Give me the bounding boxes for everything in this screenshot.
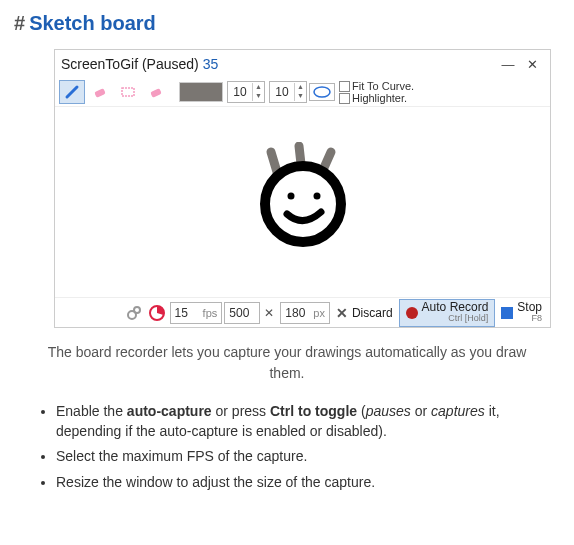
width-value: 500 (229, 306, 255, 320)
select-rect-tool[interactable] (115, 80, 141, 104)
color-swatch[interactable] (179, 82, 223, 102)
spinner-icon[interactable]: ▲▼ (294, 83, 306, 101)
auto-record-sub: Ctrl [Hold] (448, 313, 488, 324)
tips-list: Enable the auto-capture or press Ctrl to… (38, 402, 560, 492)
page-title: #Sketch board (14, 12, 560, 35)
svg-point-9 (287, 193, 294, 200)
highlighter-label: Highlighter. (352, 92, 407, 104)
app-window: ScreenToGif (Paused) 35 — ✕ 10 ▲▼ 10 ▲▼ (54, 49, 551, 328)
stop-sub: F8 (531, 313, 542, 324)
hash-icon: # (14, 12, 25, 34)
svg-point-10 (313, 193, 320, 200)
width-input[interactable]: 500 (224, 302, 260, 324)
auto-record-button[interactable]: Auto Record Ctrl [Hold] (399, 299, 496, 327)
height-input[interactable]: 180 px (280, 302, 330, 324)
list-item: Select the maximum FPS of the capture. (56, 447, 560, 467)
stop-button[interactable]: Stop F8 (495, 299, 548, 327)
px-unit: px (313, 307, 325, 319)
heading-text: Sketch board (29, 12, 156, 34)
svg-rect-3 (150, 88, 162, 98)
brush-width-value: 10 (228, 85, 252, 99)
frame-count: 35 (203, 56, 219, 72)
brush-height-value: 10 (270, 85, 294, 99)
spinner-icon[interactable]: ▲▼ (252, 83, 264, 101)
svg-point-12 (134, 307, 140, 313)
times-icon: ✕ (264, 306, 274, 320)
limit-indicator[interactable] (146, 304, 168, 322)
gear-icon (125, 304, 143, 322)
brush-height-input[interactable]: 10 ▲▼ (269, 81, 307, 103)
settings-button[interactable] (122, 304, 146, 322)
highlighter-checkbox[interactable] (339, 93, 350, 104)
window-title: ScreenToGif (Paused) (61, 56, 199, 72)
auto-record-label: Auto Record (422, 302, 489, 313)
toolbar: 10 ▲▼ 10 ▲▼ Fit To Curve. Highlighter. (55, 78, 550, 107)
bottom-bar: 15 fps 500 ✕ 180 px ✕ Discard Auto Recor… (55, 297, 550, 327)
height-value: 180 (285, 306, 311, 320)
close-button[interactable]: ✕ (520, 53, 544, 75)
fps-unit: fps (203, 307, 218, 319)
svg-point-8 (265, 166, 341, 242)
fit-to-curve-checkbox[interactable] (339, 81, 350, 92)
caption: The board recorder lets you capture your… (44, 342, 530, 384)
titlebar: ScreenToGif (Paused) 35 — ✕ (55, 50, 550, 78)
fps-value: 15 (175, 306, 201, 320)
stop-label: Stop (517, 302, 542, 313)
record-icon (406, 307, 418, 319)
discard-label: Discard (352, 306, 393, 320)
svg-point-4 (314, 87, 330, 97)
eraser-tool-1[interactable] (87, 80, 113, 104)
eraser-tool-2[interactable] (143, 80, 169, 104)
pen-tool[interactable] (59, 80, 85, 104)
stop-icon (501, 307, 513, 319)
minimize-button[interactable]: — (496, 53, 520, 75)
svg-line-5 (271, 152, 277, 172)
list-item: Resize the window to adjust the size of … (56, 473, 560, 493)
pie-icon (148, 304, 166, 322)
fps-input[interactable]: 15 fps (170, 302, 223, 324)
brush-width-input[interactable]: 10 ▲▼ (227, 81, 265, 103)
svg-line-0 (67, 87, 77, 97)
sketch-drawing (243, 142, 363, 262)
drawing-canvas[interactable] (55, 107, 550, 297)
discard-button[interactable]: ✕ Discard (330, 299, 399, 327)
fit-to-curve-label: Fit To Curve. (352, 80, 414, 92)
tip-shape-selector[interactable] (309, 83, 335, 101)
list-item: Enable the auto-capture or press Ctrl to… (56, 402, 560, 441)
svg-rect-2 (122, 88, 134, 96)
x-icon: ✕ (336, 305, 348, 321)
svg-rect-1 (94, 88, 106, 98)
